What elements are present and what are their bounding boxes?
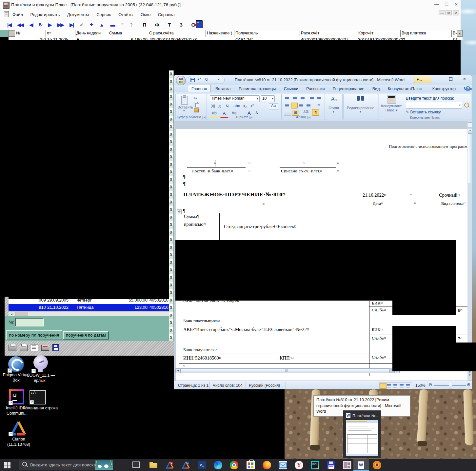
underline-button[interactable]: Ч bbox=[223, 103, 231, 110]
consultant-search-input[interactable]: ▾ bbox=[406, 102, 462, 108]
copies-icon[interactable] bbox=[31, 344, 38, 351]
draft-view-button[interactable] bbox=[405, 383, 411, 388]
print-layout-view-button[interactable] bbox=[380, 383, 387, 389]
mdi-close-button[interactable]: ✕ bbox=[453, 10, 459, 15]
superscript-button[interactable]: x² bbox=[248, 103, 256, 110]
edit-button[interactable]: ▲ bbox=[99, 22, 104, 28]
tab-by-number[interactable]: по номеру пл.поручения bbox=[6, 330, 62, 340]
format-painter-icon[interactable] bbox=[194, 108, 199, 112]
tab-mailings[interactable]: Рассылки bbox=[303, 85, 328, 92]
app-minimize-button[interactable]: — bbox=[434, 1, 439, 7]
thumbnail-preview[interactable] bbox=[346, 420, 378, 456]
web-view-button[interactable] bbox=[393, 383, 399, 388]
doc-hscrollbar[interactable]: ◀ ▶ bbox=[175, 368, 400, 373]
tab-view[interactable]: Вид bbox=[369, 85, 383, 92]
delete-button[interactable]: ▬ bbox=[110, 22, 115, 28]
word-taskbar-button[interactable]: W bbox=[353, 459, 369, 471]
tab-design[interactable]: Конструктор bbox=[429, 85, 459, 92]
toolbar-letter-p[interactable]: П bbox=[143, 22, 146, 28]
dialog-launcher-icon[interactable]: ◲ bbox=[249, 115, 252, 119]
clarion-blue-icon[interactable] bbox=[182, 461, 190, 469]
tab-review[interactable]: Рецензирование bbox=[329, 85, 368, 92]
toolbar-letter-f[interactable]: Ф bbox=[155, 22, 159, 28]
col-raccount[interactable]: Расч.счёт bbox=[300, 30, 357, 37]
scroll-up-button[interactable]: ▲ bbox=[457, 30, 463, 37]
quotes-button[interactable]: ” bbox=[121, 22, 124, 28]
payment-app-icon[interactable] bbox=[343, 461, 351, 469]
search-icon[interactable] bbox=[464, 103, 469, 108]
fullscreen-view-button[interactable] bbox=[387, 383, 392, 388]
col-weekday[interactable]: День недели bbox=[75, 30, 108, 37]
align-right-button[interactable] bbox=[298, 103, 305, 108]
scroll-up-icon[interactable]: ▲ bbox=[468, 128, 472, 133]
store-icon[interactable] bbox=[247, 461, 255, 469]
consultant-button[interactable]: Консультант Плюс ▾ bbox=[381, 95, 402, 115]
dialog-launcher-icon[interactable]: ◲ bbox=[307, 115, 310, 119]
paste-button[interactable]: Вставить ▾ bbox=[178, 95, 191, 114]
col-corr[interactable]: Корсчёт bbox=[357, 30, 401, 37]
confirm-button[interactable]: ✔ bbox=[79, 22, 84, 28]
close-button[interactable]: ✕ bbox=[463, 76, 466, 82]
desktop-icon-cmd[interactable]: C:\_ ↗ Командная строка bbox=[25, 389, 58, 416]
subscript-button[interactable]: x₂ bbox=[241, 103, 248, 110]
menu-help[interactable]: Справка bbox=[158, 12, 175, 17]
powershell-icon[interactable]: >_ bbox=[198, 461, 206, 469]
yandex-icon[interactable]: Y bbox=[295, 461, 303, 469]
tab-page-layout[interactable]: Разметка страницы bbox=[235, 85, 279, 92]
col-date[interactable]: от bbox=[46, 30, 75, 37]
floppy-icon[interactable] bbox=[327, 461, 335, 469]
table-row-prev[interactable]: 009 29.09.2005 четверг 55.000,00 4050201… bbox=[9, 299, 169, 304]
app-hscrollbar[interactable]: ◂ bbox=[9, 311, 169, 316]
doc-vscrollbar[interactable]: ▲ ▲▲ ▼▼ bbox=[467, 121, 472, 381]
toolbar-letter-t[interactable]: Т bbox=[168, 22, 171, 28]
printer-icon[interactable] bbox=[20, 345, 28, 351]
zoom-out-button[interactable]: ⊖ bbox=[428, 382, 432, 387]
font-size-combo[interactable]: 10▾ bbox=[261, 95, 275, 102]
col-purpose[interactable]: Назначение ( bbox=[206, 30, 234, 37]
menu-service[interactable]: Сервис bbox=[96, 12, 111, 17]
status-language[interactable]: Русский (Россия) bbox=[249, 383, 280, 388]
line-spacing-button[interactable]: ↕≡ bbox=[314, 103, 322, 108]
exit-door-icon[interactable] bbox=[196, 20, 203, 28]
taskbar-search[interactable]: Введите здесь текст для поиска bbox=[19, 460, 113, 470]
menu-documents[interactable]: Документы bbox=[67, 12, 89, 17]
decrease-indent-button[interactable] bbox=[309, 96, 315, 102]
tab-by-date[interactable]: поручения по датам bbox=[63, 331, 109, 340]
edge-icon[interactable] bbox=[214, 461, 222, 469]
task-view-button[interactable] bbox=[132, 461, 140, 468]
menu-reports[interactable]: Отчёты bbox=[118, 12, 133, 17]
status-page[interactable]: Страница: 1 из 1 bbox=[178, 383, 208, 388]
firefox-icon[interactable] bbox=[263, 461, 271, 469]
prev-record-button[interactable]: ◀ bbox=[30, 22, 33, 28]
ruler-toggle-icon[interactable] bbox=[468, 122, 472, 128]
refresh-button[interactable]: ↻ bbox=[39, 22, 42, 28]
word-titlebar[interactable]: ↶ ↻ ▾ Платёжка №810 от 21.10.2022 [Режим… bbox=[174, 75, 472, 85]
table-row-selected[interactable]: 810 21.10.2022 Пятница 123,00 405028101 bbox=[9, 304, 169, 311]
clarion-red-icon[interactable] bbox=[166, 461, 174, 469]
show-marks-button[interactable]: ¶ bbox=[312, 109, 319, 116]
font-name-combo[interactable]: Times New Roman▾ bbox=[210, 95, 260, 102]
tab-insert[interactable]: Вставка bbox=[212, 85, 234, 92]
desktop-icon-clarion[interactable]: ↗ Clarion (11.1.13768) bbox=[1, 421, 37, 449]
menu-file[interactable]: Файл bbox=[12, 12, 23, 17]
multilevel-list-button[interactable] bbox=[300, 96, 306, 102]
office-button[interactable] bbox=[176, 76, 186, 86]
justify-button[interactable] bbox=[306, 103, 312, 108]
tab-home[interactable]: Главная bbox=[188, 85, 211, 92]
cut-icon[interactable]: ✂ bbox=[194, 96, 197, 101]
mdi-restore-button[interactable]: ⧉ bbox=[446, 10, 452, 15]
add-button[interactable]: + bbox=[90, 21, 93, 28]
save-icon[interactable] bbox=[52, 344, 59, 351]
desktop-icon-tlogw[interactable]: ↗ TLOGW_11.1 — ярлык bbox=[26, 355, 54, 384]
col-vid[interactable]: Вид bbox=[452, 30, 457, 37]
scroll-thumb[interactable] bbox=[15, 312, 28, 316]
zoom-slider-thumb[interactable] bbox=[449, 383, 452, 388]
pycharm-icon[interactable]: PC bbox=[311, 461, 319, 469]
scroll-left-icon[interactable]: ◀ bbox=[175, 368, 181, 373]
printer-icon[interactable] bbox=[41, 345, 49, 351]
copy-icon[interactable] bbox=[194, 102, 198, 106]
prev-page-button[interactable]: ◀◀ bbox=[17, 22, 23, 28]
numbering-button[interactable] bbox=[292, 96, 298, 102]
menu-window[interactable]: Окно bbox=[141, 12, 150, 17]
mdi-minimize-button[interactable]: — bbox=[439, 10, 446, 15]
